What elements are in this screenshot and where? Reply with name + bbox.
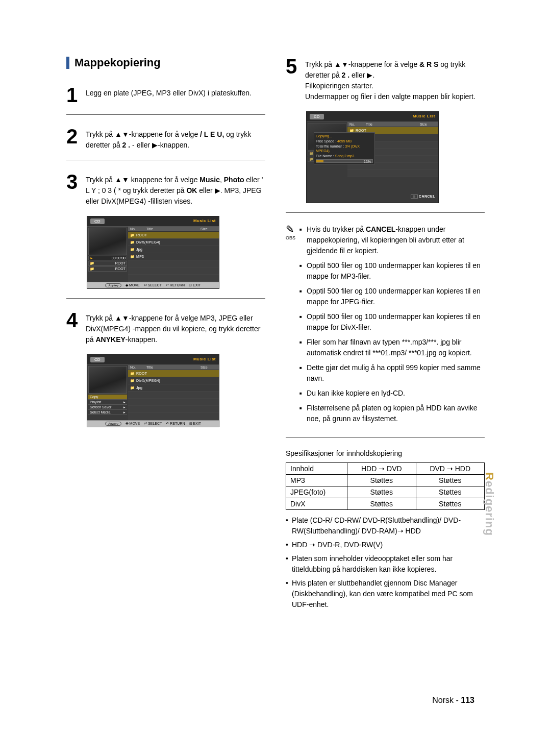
spec-r1c3: Støttes [416,475,485,486]
folder-icon: 📁 [128,386,136,390]
divider [286,212,485,213]
step-3-text-a: Trykk på ▲▼ knappene for å velge [86,176,199,184]
divider [66,114,265,115]
anykey-badge: Anykey [105,283,121,287]
folder-icon: 📁 [309,152,314,156]
shot-row-1-label: DivX(MPEG4) [136,240,160,244]
step-4-bold-1: ANYKEY [95,335,125,344]
side-tab-accent: R [483,472,496,481]
step-2-text-c: - eller ▶-knappen. [132,141,189,149]
divider [286,437,485,438]
step-3-comma: , [220,176,224,184]
note-item: Dette gjør det mulig å ha opptil 999 kop… [299,362,485,384]
spec-h1: Innhold [286,463,347,475]
shot2-row-empty [128,406,219,413]
shot-row-mp3: 📁MP3 [128,253,219,260]
shot-row-empty [128,275,219,282]
th-title: Title [144,227,198,231]
folder-icon: 📁 [128,233,136,237]
shot-left-root: ROOT [115,261,126,265]
copybox-free-label: Free Space : [316,139,336,143]
obs-note-list: Hvis du trykker på CANCEL-knappen under … [299,224,485,428]
step-3-bold-1: Music [199,176,220,184]
section-title: Mappekopiering [74,56,161,69]
shot-tab: CD [90,218,105,224]
step-3-bold-3: OK [186,186,197,194]
shot-thumbnail-2 [88,366,127,394]
spec-r2c1: JPEG(foto) [286,486,347,498]
shot2-row-0-label: ROOT [136,372,147,375]
shot2-row-empty [128,392,219,399]
step-4-number: 4 [66,310,81,345]
table-row: JPEG(foto) Støttes Støttes [286,486,485,498]
step-5-bold-2: 2 . [342,71,350,79]
th-no-2: No. [128,365,144,370]
page-footer: Norsk - 113 [432,696,474,705]
shot-music-list-label: Music List [193,218,216,224]
footer-page-number: 113 [461,696,474,704]
menu-screensaver: Screen Saver▸ [88,405,127,410]
folder-icon: 📁 [128,248,136,252]
shot-row-jpg: 📁Jpg [128,246,219,253]
shot2-row-jpg: 📁Jpg [128,384,219,392]
copybox-name-value: Song 2.mp3 [335,154,355,158]
menu-copy: Copy [88,395,127,400]
menu-screensaver-label: Screen Saver [90,405,111,409]
side-tab-rest: edigering [483,481,496,536]
step-4-text-b: -knappen. [126,335,157,344]
foot-select-2: SELECT [148,422,162,425]
step-2-bold-2: 2 . [122,141,131,149]
step-2-bold-1: / L E U, [200,130,224,138]
step-5-line2: Filkopieringen starter. [305,82,373,90]
dot-item: Plate (CD-R/ CD-RW/ DVD-R(Sluttbehandlin… [286,515,485,536]
obs-note-block: ✎ OBS Hvis du trykker på CANCEL-knappen … [286,224,485,428]
copybox-num-label: Total file number : [316,144,344,148]
shot-time: 00:00:00 [112,256,126,260]
screenshot-music-list-1: CD Music List ►00:00:00 📁ROOT 📁ROOT No.T… [87,216,219,289]
step-5-bold-1: & R S [419,60,438,68]
table-row: DivX Støttes Støttes [286,498,485,510]
obs-label: OBS [286,235,295,240]
progress-bar: 13% [316,159,373,163]
shot-row-3-label: MP3 [136,255,144,258]
folder-icon: 📁 [90,267,94,271]
folder-icon: 📁 [128,240,136,245]
menu-playlist: Playlist▸ [88,400,127,405]
footer-lang: Norsk - [432,696,461,704]
step-5-text: Trykk på ▲▼-knappene for å velge & R S o… [305,56,485,102]
note-item: Opptil 500 filer og 100 undermapper kan … [299,286,485,307]
th-no-3: No. [347,122,364,127]
foot-return: RETURN [170,283,185,287]
spec-r3c2: Støttes [347,498,416,510]
heading-accent-bar [66,57,69,69]
step-3: 3 Trykk på ▲▼ knappene for å velge Music… [66,172,265,207]
step-5-number: 5 [286,56,300,102]
step-1-number: 1 [66,85,81,105]
shot2-row-empty [128,399,219,406]
shot-tab-2: CD [90,357,105,362]
step-1-text: Legg en plate (JPEG, MP3 eller DivX) i p… [86,85,252,105]
note-item: Hvis du trykker på CANCEL-knappen under … [299,224,485,256]
folder-icon: 📁 [128,379,136,383]
chevron-right-icon: ▸ [123,405,126,409]
dot-item: Platen som inneholder videoopptaket elle… [286,553,485,575]
foot-select: SELECT [148,283,162,287]
spec-bullet-list: Plate (CD-R/ CD-RW/ DVD-R(Sluttbehandlin… [286,515,485,610]
step-2-number: 2 [66,126,81,151]
step-4-text: Trykk på ▲▼-knappene for å velge MP3, JP… [86,310,265,345]
note-item: Filer som har filnavn av typen ***.mp3/*… [299,337,485,358]
divider [66,160,265,160]
shot2-row-2-label: Jpg [136,386,142,389]
play-icon: ► [90,256,93,260]
screenshot-copying: CD Music List 📁ROOT 📁ROOT No.TitleSize 📁… [306,111,439,203]
screenshot-music-list-2: CD Music List Copy Playlist▸ Screen Save… [87,354,219,427]
step-3-text: Trykk på ▲▼ knappene for å velge Music, … [86,172,265,207]
th-no: No. [128,227,144,231]
shot-thumbnail [88,228,127,255]
spec-r1c2: Støttes [347,475,416,486]
shot-left-root-2: ROOT [115,267,126,271]
cancel-row: ⊟CANCEL [307,192,438,200]
shot2-row-root: 📁ROOT [128,370,219,377]
copybox-title: Copying... [316,134,373,139]
shot-row-empty [128,260,219,267]
